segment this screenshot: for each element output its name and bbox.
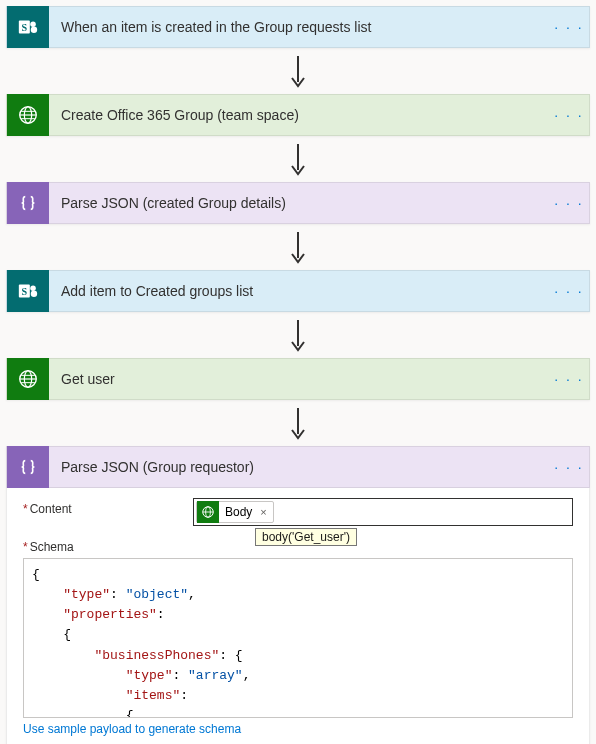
ellipsis-icon[interactable]: · · · <box>549 19 589 35</box>
content-input[interactable]: Body × <box>193 498 573 526</box>
dynamic-content-token[interactable]: Body × <box>196 501 274 523</box>
flow-step-parse-json-group[interactable]: Parse JSON (created Group details) · · · <box>6 182 590 224</box>
step-title: Add item to Created groups list <box>49 283 549 299</box>
globe-icon <box>197 501 219 523</box>
sharepoint-icon: S <box>7 6 49 48</box>
schema-input[interactable]: { "type": "object", "properties": { "bus… <box>23 558 573 718</box>
svg-text:S: S <box>22 286 28 297</box>
step-title: Create Office 365 Group (team space) <box>49 107 549 123</box>
connector-arrow <box>6 224 590 270</box>
ellipsis-icon[interactable]: · · · <box>549 371 589 387</box>
svg-point-3 <box>31 27 37 33</box>
svg-point-15 <box>31 291 37 297</box>
connector-arrow <box>6 48 590 94</box>
ellipsis-icon[interactable]: · · · <box>549 195 589 211</box>
token-label: Body <box>225 505 252 519</box>
flow-step-create-group[interactable]: Create Office 365 Group (team space) · ·… <box>6 94 590 136</box>
content-field-row: *Content Body × body('Get_user') <box>23 498 573 526</box>
dataop-icon <box>7 182 49 224</box>
schema-label: *Schema <box>23 536 193 554</box>
svg-point-2 <box>30 22 35 28</box>
ellipsis-icon[interactable]: · · · <box>549 283 589 299</box>
expression-tooltip: body('Get_user') <box>255 528 357 546</box>
use-sample-payload-link[interactable]: Use sample payload to generate schema <box>23 722 241 736</box>
svg-text:S: S <box>22 22 28 33</box>
step-title: Get user <box>49 371 549 387</box>
flow-step-parse-json-requestor[interactable]: Parse JSON (Group requestor) · · · <box>6 446 590 488</box>
globe-icon <box>7 94 49 136</box>
ellipsis-icon[interactable]: · · · <box>549 459 589 475</box>
ellipsis-icon[interactable]: · · · <box>549 107 589 123</box>
step-title: Parse JSON (Group requestor) <box>49 459 549 475</box>
content-label: *Content <box>23 498 193 516</box>
connector-arrow <box>6 312 590 358</box>
svg-point-14 <box>30 286 35 292</box>
step-title: When an item is created in the Group req… <box>49 19 549 35</box>
token-remove-icon[interactable]: × <box>260 506 266 518</box>
globe-icon <box>7 358 49 400</box>
flow-step-trigger[interactable]: S When an item is created in the Group r… <box>6 6 590 48</box>
connector-arrow <box>6 400 590 446</box>
dataop-icon <box>7 446 49 488</box>
flow-step-add-item[interactable]: S Add item to Created groups list · · · <box>6 270 590 312</box>
connector-arrow <box>6 136 590 182</box>
flow-step-get-user[interactable]: Get user · · · <box>6 358 590 400</box>
sharepoint-icon: S <box>7 270 49 312</box>
step-details-panel: *Content Body × body('Get_user') *Schema… <box>6 488 590 744</box>
step-title: Parse JSON (created Group details) <box>49 195 549 211</box>
